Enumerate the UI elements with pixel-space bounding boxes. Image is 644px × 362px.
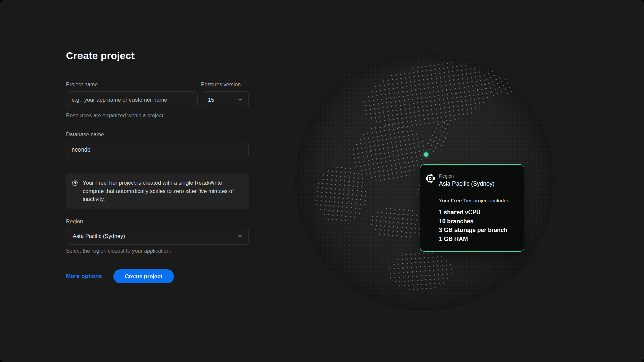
project-name-label: Project name <box>66 81 198 88</box>
create-project-page: Create project Project name Postgres ver… <box>0 0 644 362</box>
tooltip-include-item: 3 GB storage per branch <box>439 226 517 235</box>
postgres-version-select[interactable]: 15 <box>201 91 249 108</box>
globe-landmass-east-asia <box>347 118 429 187</box>
tooltip-include-item: 10 branches <box>439 217 517 226</box>
region-tooltip-header: Region Asia Pacific (Sydney) <box>425 173 517 188</box>
tooltip-region-value: Asia Pacific (Sydney) <box>439 180 494 188</box>
tooltip-region-label: Region <box>439 173 494 179</box>
region-label: Region <box>66 218 249 225</box>
postgres-version-field-group: Postgres version 15 <box>201 81 249 108</box>
database-name-label: Database name <box>66 131 249 138</box>
cpu-chip-icon <box>425 174 435 183</box>
globe-landmass-japan <box>422 117 453 157</box>
postgres-version-value: 15 <box>208 97 214 103</box>
globe-landmass-australia <box>387 249 455 293</box>
region-tooltip-card: Region Asia Pacific (Sydney) Your Free T… <box>420 164 524 252</box>
page-title: Create project <box>66 50 249 62</box>
free-tier-note-text: Your Free Tier project is created with a… <box>83 179 237 203</box>
form-actions: More options Create project <box>66 269 249 283</box>
create-project-button[interactable]: Create project <box>113 269 174 283</box>
tooltip-include-item: 1 shared vCPU <box>439 208 517 217</box>
region-helper: Select the region closest to your applic… <box>66 248 249 254</box>
region-marker-dot <box>424 152 428 157</box>
region-tooltip-header-text: Region Asia Pacific (Sydney) <box>439 173 494 188</box>
region-select[interactable]: Asia Pacific (Sydney) <box>66 228 249 245</box>
globe-landmass-mideast-india <box>313 164 370 225</box>
more-options-button[interactable]: More options <box>66 273 102 280</box>
tooltip-includes-list: 1 shared vCPU 10 branches 3 GB storage p… <box>439 208 517 243</box>
project-name-input[interactable] <box>66 91 198 108</box>
project-name-field-group: Project name <box>66 81 198 108</box>
name-version-row: Project name Postgres version 15 <box>66 81 249 108</box>
chevron-down-icon <box>237 234 243 239</box>
project-name-helper: Resources are organized within a project… <box>66 112 249 119</box>
free-tier-note: Your Free Tier project is created with a… <box>66 173 249 209</box>
create-project-form: Create project Project name Postgres ver… <box>66 50 249 283</box>
chevron-down-icon <box>237 97 243 102</box>
region-value: Asia Pacific (Sydney) <box>73 233 125 239</box>
globe-landmass-siberia <box>359 56 496 135</box>
cpu-chip-icon <box>71 180 78 187</box>
region-field-group: Region Asia Pacific (Sydney) Select the … <box>66 218 249 254</box>
globe-landmass-se-asia <box>369 205 428 241</box>
database-name-input[interactable] <box>66 141 249 158</box>
region-tooltip-body: Your Free Tier project includes: 1 share… <box>439 197 517 243</box>
globe-landmass-alaska <box>478 61 523 102</box>
tooltip-includes-heading: Your Free Tier project includes: <box>439 197 517 204</box>
postgres-version-label: Postgres version <box>201 81 249 88</box>
tooltip-include-item: 1 GB RAM <box>439 235 517 244</box>
database-name-field-group: Database name <box>66 131 249 158</box>
